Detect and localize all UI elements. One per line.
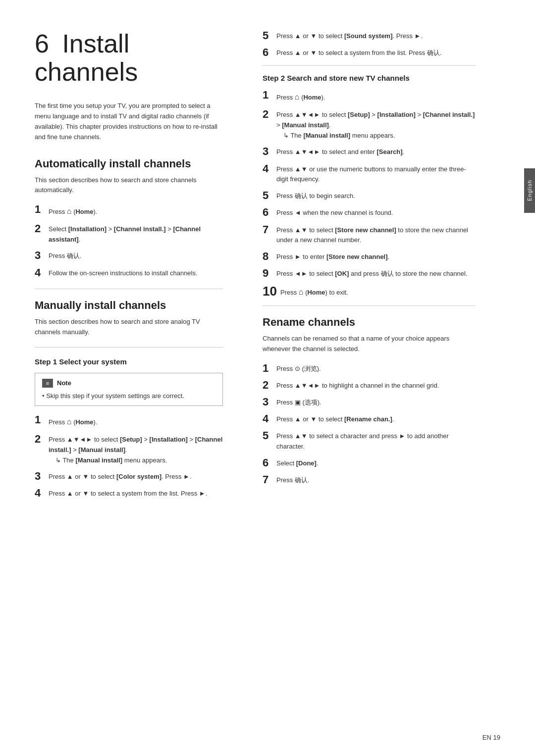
rename-step-2: 2 Press ▲▼◄► to highlight a channel in t… (263, 379, 476, 391)
s2-step-8-number: 8 (263, 251, 276, 262)
rename-step-3: 3 Press ▣ (选项). (263, 396, 476, 408)
step-6-number: 6 (263, 47, 276, 58)
s2-step-9-text: Press ◄► to select [OK] and press 确认 to … (276, 267, 468, 279)
auto-section-desc: This section describes how to search and… (35, 175, 223, 196)
s2-step-1: 1 Press ⌂ (Home). (263, 89, 476, 103)
auto-step-1-number: 1 (35, 203, 49, 215)
s2-step-9: 9 Press ◄► to select [OK] and press 确认 t… (263, 267, 476, 279)
manual-steps-list: 1 Press ⌂ (Home). 2 Press ▲▼◄► to select… (35, 414, 223, 499)
rename-heading: Rename channels (263, 316, 476, 329)
s2-step-6-text: Press ◄ when the new channel is found. (276, 206, 393, 218)
s2-step-5: 5 Press 确认 to begin search. (263, 190, 476, 202)
rename-step-6-text: Select [Done]. (276, 457, 319, 469)
s2-step-8-text: Press ► to enter [Store new channel]. (276, 251, 389, 262)
s2-step-3: 3 Press ▲▼◄► to select and enter [Search… (263, 146, 476, 157)
manual-step-1-text: Press ⌂ (Home). (49, 414, 98, 428)
s2-step-6: 6 Press ◄ when the new channel is found. (263, 206, 476, 218)
rename-step-5-text: Press ▲▼ to select a character and press… (276, 430, 476, 452)
language-label: English (527, 180, 533, 201)
s2-step-10-text: Press ⌂ (Home) to exit. (280, 284, 348, 299)
s2-step-4-text: Press ▲▼ or use the numeric buttons to m… (276, 163, 476, 185)
manual-step-2-text: Press ▲▼◄► to select [Setup] > [Installa… (49, 433, 223, 465)
s2-step-7-number: 7 (263, 224, 276, 236)
s2-step-5-number: 5 (263, 190, 276, 202)
auto-step-2-text: Select [Installation] > [Channel install… (49, 223, 223, 245)
language-tab: English (524, 168, 535, 213)
page-footer: EN 19 (482, 734, 500, 741)
s2-step-5-text: Press 确认 to begin search. (276, 190, 355, 202)
auto-step-3: 3 Press 确认. (35, 250, 223, 261)
steps-5-6-list: 5 Press ▲ or ▼ to select [Sound system].… (263, 30, 476, 58)
rename-step-3-text: Press ▣ (选项). (276, 396, 321, 408)
note-header: ≡ Note (42, 378, 215, 388)
right-column: 5 Press ▲ or ▼ to select [Sound system].… (243, 0, 510, 756)
chapter-intro: The first time you setup your TV, you ar… (35, 101, 223, 142)
auto-step-1: 1 Press ⌂ (Home). (35, 203, 223, 218)
rename-step-2-text: Press ▲▼◄► to highlight a channel in the… (276, 379, 439, 391)
rename-step-7-number: 7 (263, 474, 276, 486)
manual-step-2-number: 2 (35, 433, 49, 445)
s2-step-8: 8 Press ► to enter [Store new channel]. (263, 251, 476, 262)
s2-step-4-number: 4 (263, 163, 276, 175)
auto-step-4-text: Follow the on-screen instructions to ins… (49, 267, 198, 279)
rename-step-1-text: Press ⊙ (浏览). (276, 362, 321, 374)
auto-steps-list: 1 Press ⌂ (Home). 2 Select [Installation… (35, 203, 223, 279)
rename-step-1-number: 1 (263, 362, 276, 374)
step-5: 5 Press ▲ or ▼ to select [Sound system].… (263, 30, 476, 42)
step-6-text: Press ▲ or ▼ to select a system from the… (276, 47, 441, 58)
rename-step-6: 6 Select [Done]. (263, 457, 476, 469)
note-box: ≡ Note • Skip this step if your system s… (35, 373, 223, 406)
rename-step-4-number: 4 (263, 413, 276, 425)
auto-step-3-number: 3 (35, 250, 49, 261)
s2-step-6-number: 6 (263, 206, 276, 218)
rename-step-3-number: 3 (263, 396, 276, 408)
auto-step-2-number: 2 (35, 223, 49, 235)
note-label: Note (57, 378, 71, 388)
manual-step-3: 3 Press ▲ or ▼ to select [Color system].… (35, 470, 223, 482)
manual-step-4: 4 Press ▲ or ▼ to select a system from t… (35, 487, 223, 499)
step2-heading: Step 2 Search and store new TV channels (263, 74, 476, 82)
rename-step-7-text: Press 确认. (276, 474, 309, 486)
manual-step-4-text: Press ▲ or ▼ to select a system from the… (49, 487, 207, 499)
manual-step-3-text: Press ▲ or ▼ to select [Color system]. P… (49, 470, 192, 482)
manual-step-1-number: 1 (35, 414, 49, 426)
manual-step-3-number: 3 (35, 470, 49, 482)
rename-steps-list: 1 Press ⊙ (浏览). 2 Press ▲▼◄► to highligh… (263, 362, 476, 486)
chapter-heading: 6 Install channels (35, 30, 223, 86)
rename-section: Rename channels Channels can be renamed … (263, 316, 476, 486)
rename-step-4: 4 Press ▲ or ▼ to select [Rename chan.]. (263, 413, 476, 425)
s2-step-2: 2 Press ▲▼◄► to select [Setup] > [Instal… (263, 108, 476, 141)
auto-step-1-text: Press ⌂ (Home). (49, 203, 98, 218)
auto-step-4-number: 4 (35, 267, 49, 279)
s2-step-3-number: 3 (263, 146, 276, 157)
s2-step-1-text: Press ⌂ (Home). (276, 89, 325, 103)
note-text: • Skip this step if your system settings… (42, 392, 184, 400)
page-number: EN 19 (482, 734, 500, 741)
step1-heading: Step 1 Select your system (35, 357, 223, 366)
divider-2 (35, 347, 223, 348)
manual-step-2: 2 Press ▲▼◄► to select [Setup] > [Instal… (35, 433, 223, 465)
s2-step-4: 4 Press ▲▼ or use the numeric buttons to… (263, 163, 476, 185)
s2-step-10: 10 Press ⌂ (Home) to exit. (263, 284, 476, 299)
s2-step-2-text: Press ▲▼◄► to select [Setup] > [Installa… (276, 108, 476, 141)
s2-step-2-number: 2 (263, 108, 276, 120)
divider-right-2 (263, 305, 476, 306)
rename-step-4-text: Press ▲ or ▼ to select [Rename chan.]. (276, 413, 394, 425)
rename-step-7: 7 Press 确认. (263, 474, 476, 486)
manual-step-4-number: 4 (35, 487, 49, 499)
s2-step-10-number: 10 (263, 284, 280, 299)
left-column: 6 Install channels The first time you se… (0, 0, 243, 756)
step2-list: 1 Press ⌂ (Home). 2 Press ▲▼◄► to select… (263, 89, 476, 299)
rename-step-6-number: 6 (263, 457, 276, 469)
rename-step-5: 5 Press ▲▼ to select a character and pre… (263, 430, 476, 452)
chapter-number: 6 (35, 29, 49, 58)
s2-step-9-number: 9 (263, 267, 276, 279)
rename-step-1: 1 Press ⊙ (浏览). (263, 362, 476, 374)
rename-step-5-number: 5 (263, 430, 276, 442)
step-6: 6 Press ▲ or ▼ to select a system from t… (263, 47, 476, 58)
rename-step-2-number: 2 (263, 379, 276, 391)
s2-step-3-text: Press ▲▼◄► to select and enter [Search]. (276, 146, 404, 157)
step-5-text: Press ▲ or ▼ to select [Sound system]. P… (276, 30, 423, 42)
rename-desc: Channels can be renamed so that a name o… (263, 334, 476, 354)
divider-1 (35, 289, 223, 289)
